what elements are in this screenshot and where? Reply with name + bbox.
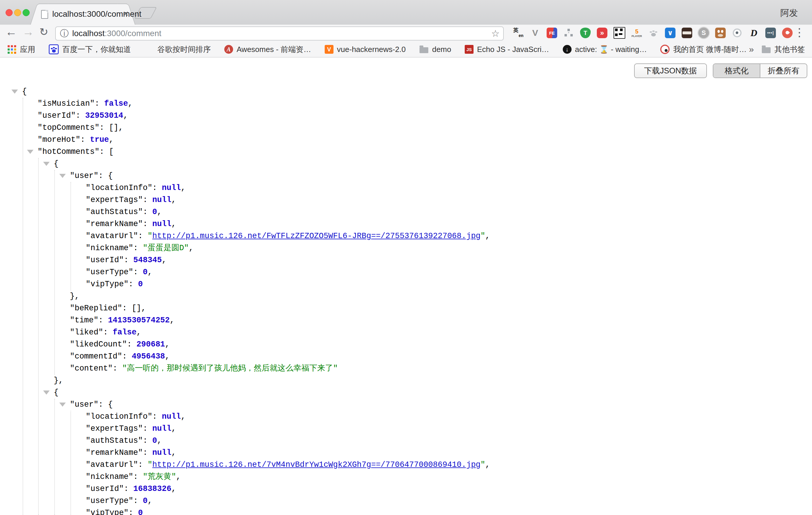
- json-line: "userId": 548345,: [86, 254, 167, 266]
- json-line: "beReplied": [],: [70, 303, 146, 314]
- collapse-toggle-icon[interactable]: [59, 403, 66, 407]
- collapse-toggle-icon[interactable]: [27, 150, 33, 154]
- indent-guide: [54, 399, 55, 515]
- json-line: "authStatus": 0,: [86, 206, 162, 218]
- json-url-link[interactable]: http://p1.music.126.net/7vM4nvBdrYw1cWgk…: [152, 460, 481, 469]
- collapse-toggle-icon[interactable]: [11, 90, 18, 94]
- json-line: "remarkName": null,: [86, 218, 176, 230]
- json-line: "nickname": "荒灰黄",: [86, 471, 181, 483]
- json-line: "expertTags": null,: [86, 423, 176, 435]
- json-line: "authStatus": 0,: [86, 435, 162, 447]
- json-line: "vipType": 0: [86, 507, 143, 515]
- collapse-toggle-icon[interactable]: [43, 162, 50, 166]
- indent-guide: [54, 170, 55, 375]
- json-line: "hotComments": [: [37, 146, 114, 158]
- tab-favicon-page-icon: [41, 10, 48, 19]
- json-line: "userType": 0,: [86, 266, 152, 278]
- json-line: "isMusician": false,: [37, 98, 133, 110]
- json-line: {: [22, 86, 27, 98]
- json-line: "moreHot": true,: [37, 134, 114, 146]
- collapse-toggle-icon[interactable]: [43, 391, 50, 395]
- json-viewer: {"isMusician": false,"userId": 32953014,…: [0, 0, 812, 515]
- json-line: "remarkName": null,: [86, 447, 176, 459]
- json-line: "avatarUrl": "http://p1.music.126.net/7v…: [86, 459, 490, 471]
- json-line: "locationInfo": null,: [86, 411, 185, 423]
- json-line: "likedCount": 290681,: [70, 339, 170, 350]
- json-line: "expertTags": null,: [86, 194, 176, 206]
- json-line: },: [54, 375, 63, 387]
- json-line: "nickname": "蛋蛋是圆D",: [86, 242, 194, 254]
- json-line: {: [54, 158, 58, 170]
- json-line: {: [54, 387, 58, 399]
- json-line: "content": "高一听的，那时候遇到了孩儿他妈，然后就这么幸福下来了": [70, 363, 338, 375]
- json-line: "time": 1413530574252,: [70, 314, 174, 326]
- json-line: "user": {: [70, 399, 113, 411]
- json-line: "vipType": 0: [86, 278, 143, 290]
- json-line: "avatarUrl": "http://p1.music.126.net/Fw…: [86, 230, 490, 242]
- json-line: "locationInfo": null,: [86, 182, 185, 194]
- indent-guide: [70, 411, 71, 515]
- indent-guide: [23, 98, 23, 515]
- json-line: "commentId": 4956438,: [70, 350, 170, 363]
- json-line: "user": {: [70, 170, 113, 182]
- json-line: "userId": 32953014,: [37, 110, 128, 122]
- json-line: },: [70, 290, 79, 303]
- json-line: "liked": false,: [70, 326, 141, 339]
- json-line: "userId": 16838326,: [86, 483, 176, 495]
- json-line: "topComments": [],: [37, 122, 123, 134]
- collapse-toggle-icon[interactable]: [59, 174, 66, 178]
- json-url-link[interactable]: http://p1.music.126.net/FwTFLzZFZOZO5WFL…: [152, 232, 481, 240]
- indent-guide: [70, 182, 71, 290]
- indent-guide: [38, 158, 39, 515]
- tab-close-icon[interactable]: ×: [123, 8, 128, 19]
- browser-window: localhost:3000/comment × 阿发 ← → ↻ ⓘ loca…: [0, 0, 812, 515]
- json-line: "userType": 0,: [86, 495, 152, 507]
